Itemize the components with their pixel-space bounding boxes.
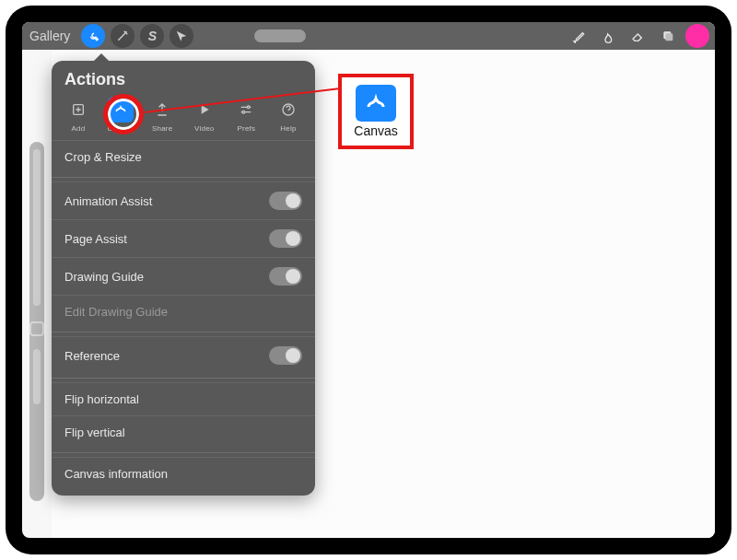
layers-icon — [661, 29, 675, 43]
tab-help-label: Help — [280, 124, 296, 133]
row-canvas-information[interactable]: Canvas information — [52, 457, 315, 490]
callout-label: Canvas — [352, 123, 399, 138]
share-icon — [149, 97, 175, 122]
row-label: Flip vertical — [64, 426, 125, 439]
svg-rect-1 — [665, 33, 673, 41]
separator — [52, 332, 315, 332]
arrow-icon — [175, 29, 188, 42]
selection-button[interactable]: S — [140, 24, 164, 48]
layers-button[interactable] — [656, 24, 680, 48]
actions-wrench-button[interactable] — [81, 24, 105, 48]
toggle-page-assist[interactable] — [269, 229, 302, 248]
separator — [52, 177, 315, 178]
eraser-icon — [631, 29, 646, 43]
ipad-bezel: Gallery S — [6, 6, 731, 554]
tab-prefs-label: Prefs — [238, 124, 256, 133]
annotation-callout: Canvas — [338, 74, 414, 149]
gallery-button[interactable]: Gallery — [28, 29, 74, 43]
brush-button[interactable] — [567, 24, 591, 48]
s-icon: S — [148, 29, 157, 43]
brush-icon — [572, 29, 587, 43]
brush-size-slider[interactable] — [33, 149, 41, 306]
separator — [52, 452, 315, 453]
screen: Gallery S — [22, 22, 715, 538]
popover-title: Actions — [52, 70, 315, 97]
toggle-drawing-guide[interactable] — [269, 267, 302, 286]
tab-share-label: Share — [152, 124, 172, 133]
row-label: Reference — [64, 349, 120, 363]
smudge-icon — [602, 29, 616, 43]
tab-canvas-label: Canvas — [107, 124, 133, 133]
add-icon — [65, 97, 91, 122]
top-toolbar: Gallery S — [22, 22, 715, 50]
tab-share[interactable]: Share — [145, 97, 180, 133]
actions-popover: Actions Add Canvas Share Video — [52, 61, 315, 496]
canvas-icon — [108, 97, 134, 122]
toggle-reference[interactable] — [269, 346, 302, 365]
transform-arrow-button[interactable] — [170, 24, 193, 48]
canvas-handle[interactable] — [254, 29, 306, 42]
popover-tabs: Add Canvas Share Video Prefs — [52, 97, 315, 140]
color-button[interactable] — [685, 24, 709, 48]
svg-point-3 — [248, 106, 251, 109]
tab-prefs[interactable]: Prefs — [228, 97, 263, 133]
row-label: Edit Drawing Guide — [64, 305, 168, 319]
row-reference[interactable]: Reference — [52, 336, 315, 374]
smudge-button[interactable] — [597, 24, 621, 48]
left-slider-rail — [29, 142, 44, 501]
separator — [52, 378, 315, 379]
wand-icon — [116, 29, 129, 42]
row-page-assist[interactable]: Page Assist — [52, 219, 315, 257]
tab-video-label: Video — [194, 124, 214, 133]
help-icon — [275, 97, 301, 122]
row-flip-vertical[interactable]: Flip vertical — [52, 415, 315, 449]
tab-help[interactable]: Help — [271, 97, 306, 133]
tab-add-label: Add — [72, 124, 86, 133]
video-icon — [192, 97, 217, 122]
row-label: Flip horizontal — [64, 392, 139, 406]
toggle-animation-assist[interactable] — [269, 192, 302, 210]
canvas-icon — [356, 85, 396, 122]
row-flip-horizontal[interactable]: Flip horizontal — [52, 382, 315, 415]
brush-opacity-slider[interactable] — [33, 349, 41, 404]
row-label: Animation Assist — [64, 194, 152, 208]
modify-button[interactable] — [29, 321, 44, 336]
row-drawing-guide[interactable]: Drawing Guide — [52, 257, 315, 295]
tab-video[interactable]: Video — [187, 97, 222, 133]
row-label: Page Assist — [64, 232, 127, 246]
prefs-icon — [233, 97, 259, 122]
adjustments-wand-button[interactable] — [111, 24, 135, 48]
svg-point-4 — [242, 111, 245, 113]
tab-canvas[interactable]: Canvas — [103, 97, 138, 133]
tab-add[interactable]: Add — [61, 97, 96, 133]
wrench-icon — [87, 29, 99, 42]
row-label: Drawing Guide — [64, 270, 144, 284]
eraser-button[interactable] — [626, 24, 650, 48]
row-label: Canvas information — [64, 467, 168, 481]
row-label: Crop & Resize — [64, 150, 142, 164]
row-animation-assist[interactable]: Animation Assist — [52, 181, 315, 219]
row-crop-resize[interactable]: Crop & Resize — [52, 140, 315, 173]
row-edit-drawing-guide: Edit Drawing Guide — [52, 295, 315, 328]
